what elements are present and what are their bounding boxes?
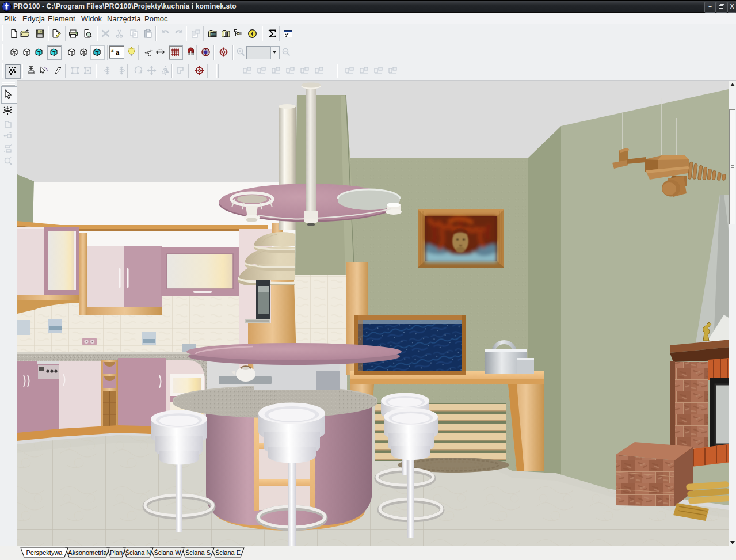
- svg-text:Aksonometria: Aksonometria: [68, 549, 107, 556]
- svg-text:Ściana E: Ściana E: [215, 549, 241, 556]
- svg-text:Plan: Plan: [110, 549, 123, 556]
- svg-text:Ściana W: Ściana W: [154, 549, 181, 556]
- svg-text:Ściana S: Ściana S: [185, 549, 211, 556]
- svg-text:Perspektywa: Perspektywa: [26, 549, 63, 556]
- svg-text:Ściana N: Ściana N: [125, 549, 151, 556]
